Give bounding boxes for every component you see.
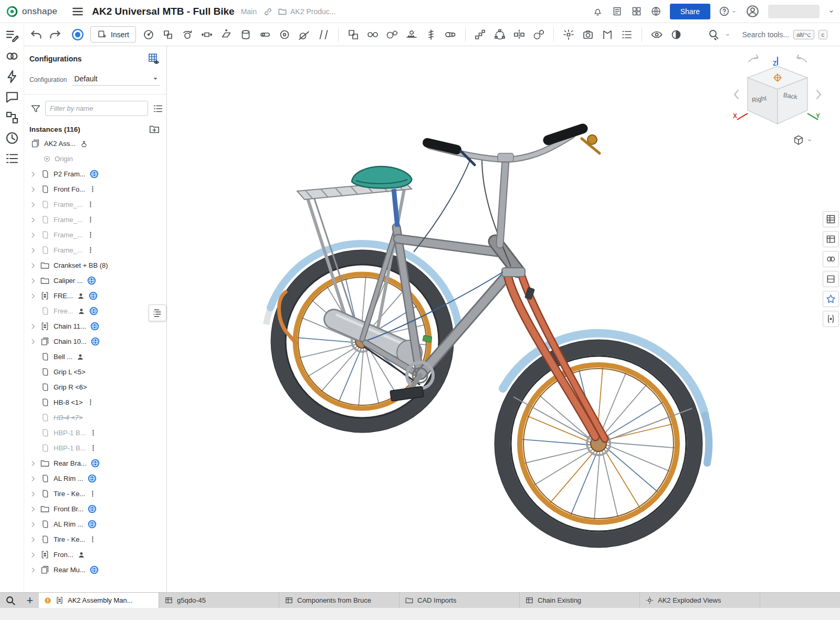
instance-row[interactable]: HB-4 <7> bbox=[24, 410, 166, 425]
instance-row[interactable]: Free... bbox=[24, 303, 166, 319]
doc-tab[interactable]: Chain Existing bbox=[520, 593, 640, 608]
expand-icon[interactable] bbox=[28, 201, 38, 208]
instance-row[interactable]: AL Rim ... bbox=[24, 471, 166, 486]
appearances-icon[interactable] bbox=[4, 69, 20, 85]
appearance-panel-icon[interactable] bbox=[670, 28, 682, 41]
mates-icon[interactable] bbox=[4, 48, 20, 64]
linked-document-icon[interactable] bbox=[90, 170, 99, 178]
expand-icon[interactable] bbox=[28, 551, 38, 559]
gear-relation-icon[interactable] bbox=[386, 28, 398, 41]
linked-document-icon[interactable] bbox=[88, 505, 97, 513]
origin-row[interactable]: Origin bbox=[24, 151, 166, 166]
instance-row[interactable]: Rear Bra... bbox=[24, 456, 166, 471]
instance-row[interactable]: AL Rim ... bbox=[24, 517, 166, 532]
expand-icon[interactable] bbox=[28, 323, 38, 330]
configuration-dropdown[interactable]: Default bbox=[72, 73, 160, 86]
search-tools-input[interactable]: Search tools... bbox=[742, 30, 790, 39]
expand-icon[interactable] bbox=[28, 216, 38, 224]
doc-tab[interactable]: g5qdo-45 bbox=[159, 593, 279, 608]
avatar[interactable] bbox=[746, 4, 760, 18]
named-positions-icon[interactable] bbox=[601, 28, 614, 41]
instance-row[interactable]: P2 Fram... bbox=[24, 166, 166, 182]
instance-row[interactable]: FRE... bbox=[24, 288, 166, 303]
release-notes-icon[interactable] bbox=[612, 6, 623, 17]
share-link-icon[interactable] bbox=[263, 7, 272, 16]
account-box[interactable] bbox=[768, 5, 820, 18]
new-tab-button[interactable]: + bbox=[21, 593, 39, 608]
filter-icon[interactable] bbox=[30, 103, 41, 114]
document-menu-icon[interactable] bbox=[71, 5, 85, 18]
assembly-features-icon[interactable] bbox=[4, 28, 20, 44]
doc-tab[interactable]: AK2 Assembly Man... bbox=[39, 593, 159, 608]
instance-row[interactable]: Frame_... bbox=[24, 212, 166, 227]
linked-document-icon[interactable] bbox=[90, 322, 99, 331]
view-options-button[interactable] bbox=[793, 134, 813, 146]
linked-document-icon[interactable] bbox=[91, 459, 100, 468]
instance-row[interactable]: Tire - Ke... bbox=[24, 486, 166, 501]
versions-icon[interactable] bbox=[4, 110, 20, 125]
exploded-view-icon[interactable] bbox=[562, 28, 575, 41]
view-cube[interactable]: Right Back X Y Z bbox=[733, 50, 822, 139]
instance-row[interactable]: Bell ... bbox=[24, 349, 166, 364]
mirror-icon[interactable] bbox=[513, 28, 526, 41]
app-store-icon[interactable] bbox=[631, 6, 642, 17]
bom-create-icon[interactable] bbox=[621, 28, 633, 41]
mate-connector-icon[interactable] bbox=[142, 28, 155, 41]
expand-icon[interactable] bbox=[28, 292, 38, 300]
onshape-logo[interactable]: onshape bbox=[5, 5, 57, 18]
slider-mate-icon[interactable] bbox=[201, 28, 213, 41]
bom-table-button[interactable] bbox=[823, 211, 839, 227]
expand-icon[interactable] bbox=[28, 521, 38, 528]
comments-icon[interactable] bbox=[4, 89, 20, 105]
filter-by-name-input[interactable] bbox=[45, 101, 148, 116]
snapshot-icon[interactable] bbox=[582, 28, 594, 41]
assembly-root-row[interactable]: AK2 Ass... bbox=[24, 136, 166, 151]
add-instance-icon[interactable] bbox=[149, 123, 160, 135]
doc-tab[interactable]: Components from Bruce bbox=[279, 593, 400, 608]
viewcube-z-axis[interactable]: Z bbox=[773, 60, 776, 67]
list-options-icon[interactable] bbox=[152, 103, 164, 114]
notifications-bell-icon[interactable] bbox=[592, 6, 603, 17]
insert-button[interactable]: Insert bbox=[90, 26, 136, 43]
expand-icon[interactable] bbox=[28, 186, 38, 193]
expand-icon[interactable] bbox=[28, 506, 38, 513]
expand-icon[interactable] bbox=[28, 277, 38, 285]
mate-relation-icon[interactable] bbox=[366, 28, 379, 41]
section-view-panel-button[interactable] bbox=[823, 271, 839, 287]
undo-button[interactable] bbox=[29, 28, 43, 41]
instance-row[interactable]: Frame_... bbox=[24, 197, 166, 212]
tab-search-button[interactable] bbox=[0, 593, 21, 608]
viewcube-x-axis[interactable]: X bbox=[733, 112, 737, 120]
expand-icon[interactable] bbox=[28, 475, 38, 482]
group-icon[interactable] bbox=[347, 28, 360, 41]
handlebar[interactable] bbox=[427, 129, 600, 245]
instance-row[interactable]: Chain 10... bbox=[24, 334, 166, 349]
doc-tab[interactable]: AK2 Exploded Views bbox=[640, 593, 760, 608]
instance-row[interactable]: HBP-1 B... bbox=[24, 440, 166, 456]
screw-relation-icon[interactable] bbox=[425, 28, 437, 41]
3d-viewport[interactable]: Right Back X Y Z bbox=[167, 46, 840, 592]
expand-icon[interactable] bbox=[28, 171, 38, 178]
parallel-mate-icon[interactable] bbox=[317, 28, 330, 41]
parent-folder-name[interactable]: AK2 Produc... bbox=[290, 7, 335, 16]
circular-pattern-icon[interactable] bbox=[494, 28, 506, 41]
instances-panel-button[interactable] bbox=[823, 231, 839, 247]
instance-row[interactable]: Grip L <5> bbox=[24, 364, 166, 380]
fastened-mate-icon[interactable] bbox=[162, 28, 174, 41]
linked-document-icon[interactable] bbox=[91, 337, 100, 346]
cylindrical-mate-icon[interactable] bbox=[239, 28, 252, 41]
planar-mate-icon[interactable] bbox=[220, 28, 233, 41]
mate-connectors-panel-button[interactable] bbox=[823, 251, 839, 267]
panel-toggle-button[interactable] bbox=[149, 304, 166, 321]
search-caret-icon[interactable] bbox=[724, 31, 731, 38]
instance-row[interactable]: Grip R <6> bbox=[24, 380, 166, 395]
instance-row[interactable]: Caliper ... bbox=[24, 273, 166, 288]
share-button[interactable]: Share bbox=[670, 4, 710, 19]
instance-row[interactable]: Frame_... bbox=[24, 243, 166, 258]
document-title[interactable]: AK2 Universal MTB - Full Bike bbox=[92, 6, 234, 17]
expand-icon[interactable] bbox=[28, 460, 38, 467]
pin-slot-mate-icon[interactable] bbox=[259, 28, 271, 41]
viewcube-y-axis[interactable]: Y bbox=[816, 112, 820, 120]
expand-icon[interactable] bbox=[28, 566, 38, 574]
instance-row[interactable]: HBP-1 B... bbox=[24, 425, 166, 440]
